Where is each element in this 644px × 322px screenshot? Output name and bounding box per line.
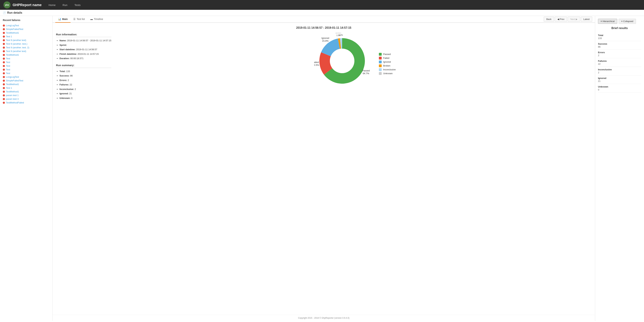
legend-color (379, 64, 382, 67)
summary-success: Success: 86 (60, 74, 111, 78)
sidebar-item[interactable]: Test 1 (3, 86, 50, 90)
failure-link[interactable]: LongLogTest (6, 24, 19, 27)
main-layout: Recent failures LongLogTestSimpleFailedT… (0, 16, 644, 321)
failure-link[interactable]: TestMethod1 (6, 54, 19, 56)
legend-color (379, 60, 382, 63)
nav-tests[interactable]: Tests (74, 3, 80, 7)
failure-dot (3, 39, 5, 41)
failure-link[interactable]: Test 9 (another test) (6, 39, 26, 42)
legend-label: Broken (383, 64, 390, 67)
tab-main[interactable]: 📊 Main (55, 16, 70, 23)
info-heading: Run information: (56, 33, 111, 37)
summary-list: Total: 133 Success: 86 Errors: 2 Failure… (56, 70, 111, 100)
content-area: 📊 Main ☰ Test list ▬ Timeline Back ◀ Pre… (52, 16, 595, 321)
summary-inconclusive: Inconclusive: 2 (60, 88, 111, 91)
logo-container: ghp GHPReport name (4, 2, 42, 8)
brief-value: 21 (598, 80, 641, 82)
failure-link[interactable]: Test 9 (another. test.) (6, 42, 27, 45)
chart-legend: PassedFailedIgnoredBrokenInconclusiveUnk… (379, 48, 396, 75)
failure-link[interactable]: SimpleFailedTest (6, 79, 23, 82)
sidebar-item[interactable]: LongLogTest (3, 75, 50, 79)
failure-link[interactable]: SimpleFailedTest (6, 28, 23, 30)
failure-link[interactable]: TestMethod1 (6, 32, 19, 34)
failure-link[interactable]: TestMethod1 (6, 83, 19, 86)
breadcrumb-bar: 📄 Run details (0, 10, 644, 16)
right-panel-buttons: ≡ Hierarchical ≡ Collapsed (598, 19, 641, 24)
sidebar-item[interactable]: SimpleFailedTest (3, 27, 50, 31)
failure-link[interactable]: Test 1 (6, 35, 12, 38)
back-button[interactable]: Back (544, 16, 554, 22)
passed-label-text: Passed (362, 69, 370, 72)
brief-row: Ignored21 (598, 76, 641, 84)
summary-total: Total: 133 (60, 70, 111, 73)
legend-label: Failed (383, 57, 389, 59)
list-icon: ☰ (73, 18, 76, 20)
document-icon: 📄 (3, 12, 6, 14)
sidebar-item[interactable]: Test 9 (another test) (3, 38, 50, 42)
sidebar-item[interactable]: TestMethod1 (3, 82, 50, 86)
failure-link[interactable]: Test 1 (6, 86, 12, 89)
sidebar-item[interactable]: LongLogTest (3, 24, 50, 27)
failure-link[interactable]: Test 9 (another test) (6, 50, 26, 52)
sidebar-item[interactable]: TestMethodFailed (3, 101, 50, 104)
next-button[interactable]: Next ▶ (568, 16, 580, 22)
sidebar-item[interactable]: Test 1 (3, 35, 50, 38)
tab-test-list[interactable]: ☰ Test list (70, 16, 88, 23)
sidebar-item[interactable]: param test 1 (3, 94, 50, 97)
timeline-icon: ▬ (90, 18, 93, 20)
sidebar-item[interactable]: param test 3 (3, 97, 50, 101)
sidebar-item[interactable]: TestMethod1 (3, 90, 50, 94)
sidebar-item[interactable]: SimpleFailedTest (3, 79, 50, 82)
failure-link[interactable]: Test 9 (another. test. 2) (6, 46, 29, 49)
failure-link[interactable]: param test 3 (6, 98, 18, 100)
legend-label: Inconclusive (383, 68, 396, 71)
prev-button[interactable]: ◀ Prev (555, 16, 567, 22)
hierarchical-button[interactable]: ≡ Hierarchical (598, 19, 617, 24)
failure-link[interactable]: Test (6, 64, 10, 67)
brief-row: Unknown0 (598, 84, 641, 92)
nav-run[interactable]: Run (63, 3, 68, 7)
sidebar-item[interactable]: TestMethod1 (3, 31, 50, 35)
donut-chart: Passed64.7%Failed16.5%Ignored15.8%Broken… (314, 33, 370, 90)
brief-label: Inconclusive (598, 68, 641, 71)
sidebar-item[interactable]: Test 9 (another. test. 2) (3, 46, 50, 49)
failure-link[interactable]: param test 1 (6, 94, 18, 96)
failure-link[interactable]: Test (6, 68, 10, 71)
failure-link[interactable]: Test (6, 72, 10, 74)
sidebar-item[interactable]: Test 9 (another. test.) (3, 42, 50, 46)
sidebar-item[interactable]: Test 9 (another test) (3, 49, 50, 53)
brief-row: Success86 (598, 41, 641, 50)
failure-link[interactable]: TestMethodFailed (6, 101, 24, 104)
failure-link[interactable]: Test (6, 57, 10, 60)
legend-item: Failed (379, 57, 396, 60)
sidebar-item[interactable]: Test (3, 68, 50, 72)
inconclusive-label-text: Inconclusive (336, 33, 346, 33)
sidebar-item[interactable]: Test (3, 64, 50, 68)
collapsed-button[interactable]: ≡ Collapsed (618, 19, 636, 24)
tab-bar: 📊 Main ☰ Test list ▬ Timeline Back ◀ Pre… (52, 16, 595, 23)
failure-link[interactable]: Test (6, 61, 10, 64)
failure-link[interactable]: LongLogTest (6, 76, 19, 78)
nav-home[interactable]: Home (49, 3, 56, 7)
ignored-label-text: 15.8% (322, 40, 329, 42)
failure-dot (3, 83, 5, 86)
run-title: 2019-01-11 14:56:57 - 2019-01-11 14:57:1… (56, 26, 592, 30)
latest-button[interactable]: Latest (581, 16, 592, 22)
failed-label-text: 16.5% (314, 64, 319, 66)
sidebar-item[interactable]: Test (3, 60, 50, 64)
legend-item: Unknown (379, 72, 396, 75)
brief-label: Errors (598, 51, 641, 54)
brief-results-title: Brief results (598, 26, 641, 30)
failure-link[interactable]: TestMethod1 (6, 90, 19, 93)
brief-value: 133 (598, 37, 641, 40)
sidebar-item[interactable]: Test (3, 72, 50, 75)
brief-value: 2 (598, 54, 641, 57)
failure-dot (3, 76, 5, 78)
tab-timeline[interactable]: ▬ Timeline (88, 16, 106, 23)
sidebar-item[interactable]: Test (3, 57, 50, 60)
app-title: GHPReport name (12, 3, 42, 7)
chart-area: Passed64.7%Failed16.5%Ignored15.8%Broken… (118, 33, 592, 90)
sidebar-item[interactable]: TestMethod1 (3, 53, 50, 57)
info-finish: Finish datetime: 2019-01-11 14:57:15 (60, 52, 111, 56)
sidebar: Recent failures LongLogTestSimpleFailedT… (0, 16, 52, 321)
